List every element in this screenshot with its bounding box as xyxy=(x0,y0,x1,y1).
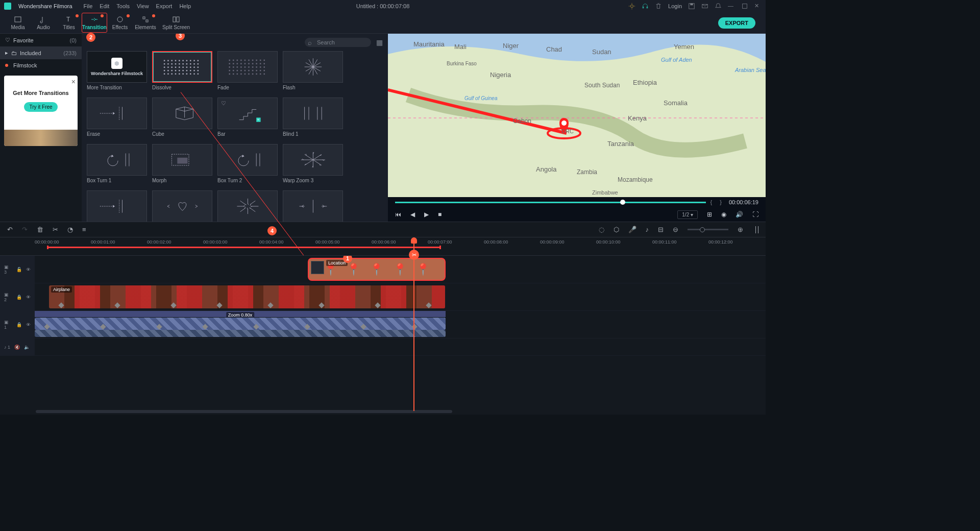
grid-view-icon[interactable]: ▦ xyxy=(376,38,383,46)
speed-icon[interactable]: ◔ xyxy=(67,226,73,233)
transition-warp-zoom-3[interactable]: Warp Zoom 3 xyxy=(283,144,343,183)
volume-icon[interactable]: 🔊 xyxy=(736,211,743,218)
tab-media[interactable]: Media xyxy=(5,13,31,32)
sun-icon[interactable] xyxy=(628,3,635,10)
zoom-out-icon[interactable]: ⊖ xyxy=(673,226,678,233)
snapshot-icon[interactable]: ◉ xyxy=(721,211,726,218)
notification-icon[interactable] xyxy=(715,3,722,10)
transition-box-turn-2[interactable]: Box Turn 2 xyxy=(217,144,278,183)
delete-icon[interactable]: 🗑 xyxy=(37,226,43,233)
mute-icon[interactable]: 🔇 xyxy=(14,345,20,350)
menu-view[interactable]: View xyxy=(137,3,149,9)
maximize-icon[interactable] xyxy=(741,3,748,10)
track-lane[interactable]: Airplane xyxy=(35,283,766,310)
menu-help[interactable]: Help xyxy=(179,3,191,9)
favorite-icon[interactable]: ♡ xyxy=(221,100,226,107)
transition-erase[interactable]: Erase xyxy=(87,98,147,137)
cut-button[interactable]: ✂ xyxy=(409,250,419,260)
marker-icon[interactable]: ⬡ xyxy=(614,226,619,233)
clip-location[interactable]: Location 📍📍📍📍📍 xyxy=(308,258,446,281)
transition-bar[interactable]: +♡Bar xyxy=(217,98,278,137)
transition-box-turn-1[interactable]: Box Turn 1 xyxy=(87,144,147,183)
stop-icon[interactable]: ■ xyxy=(438,211,442,218)
transition-blind-1[interactable]: Blind 1 xyxy=(283,98,343,137)
clip-zoom[interactable]: Zoom 0.80x xyxy=(35,311,446,317)
step-back-icon[interactable]: ◀ xyxy=(410,211,415,218)
login-link[interactable]: Login xyxy=(668,3,682,9)
clip-basemap[interactable] xyxy=(35,318,446,330)
headphones-icon[interactable] xyxy=(642,3,649,10)
tab-elements[interactable]: Elements xyxy=(133,13,158,32)
zoom-in-icon[interactable]: ⊕ xyxy=(738,226,743,233)
eye-icon[interactable]: 👁 xyxy=(26,267,31,272)
play-icon[interactable]: ▶ xyxy=(424,211,429,218)
menu-edit[interactable]: Edit xyxy=(100,3,109,9)
tab-audio[interactable]: Audio xyxy=(31,13,56,32)
transition-dissolve[interactable]: Dissolve xyxy=(152,51,212,90)
menu-file[interactable]: File xyxy=(84,3,93,9)
svg-rect-102 xyxy=(244,70,246,71)
track-lane[interactable]: Location 📍📍📍📍📍 xyxy=(35,256,766,283)
preview-video[interactable]: Mauritania Mali Niger Chad Sudan Yemen B… xyxy=(388,34,766,197)
clip-basemap-audio[interactable] xyxy=(35,330,446,337)
promo-close-icon[interactable]: × xyxy=(71,78,76,86)
mixer-icon[interactable]: ♪ xyxy=(646,226,649,233)
sidebar-favorite[interactable]: ♡ Favorite (0) xyxy=(0,34,82,46)
transition-more-transition[interactable]: ⬢Wondershare FilmstockMore Transition xyxy=(87,51,147,90)
trash-icon[interactable] xyxy=(655,3,662,10)
menu-export[interactable]: Export xyxy=(156,3,173,9)
tab-transition[interactable]: Transition xyxy=(82,13,107,33)
lock-icon[interactable]: 🔓 xyxy=(16,267,22,272)
export-button[interactable]: EXPORT xyxy=(718,17,755,29)
timeline-ruler[interactable]: ✂ 00:00:00:0000:00:01:0000:00:02:0000:00… xyxy=(0,237,766,256)
track-lane[interactable] xyxy=(35,339,766,355)
sidebar-included[interactable]: ▸ 🗀 Included (233) xyxy=(0,46,82,59)
menu-tools[interactable]: Tools xyxy=(116,3,130,9)
redo-icon[interactable]: ↷ xyxy=(22,226,28,233)
close-icon[interactable]: ✕ xyxy=(754,3,762,10)
zoom-slider[interactable] xyxy=(688,229,728,230)
quality-icon[interactable]: ⊞ xyxy=(707,211,712,218)
track-lane[interactable]: Zoom 0.80x xyxy=(35,311,766,338)
tab-split-screen[interactable]: Split Screen xyxy=(158,13,194,32)
record-voice-icon[interactable]: 🎤 xyxy=(628,226,636,233)
clip-airplane[interactable]: Airplane xyxy=(49,285,445,308)
svg-rect-117 xyxy=(263,74,265,75)
preview-scrubber[interactable]: { } 00:00:06:19 xyxy=(388,197,766,207)
save-icon[interactable] xyxy=(688,3,695,10)
zoom-fit-icon[interactable] xyxy=(755,226,758,233)
prev-frame-icon[interactable]: ⏮ xyxy=(395,211,401,218)
mail-icon[interactable] xyxy=(701,3,708,10)
speaker-icon[interactable]: 🔈 xyxy=(24,345,30,350)
sidebar-filmstock[interactable]: Filmstock xyxy=(0,59,82,71)
svg-rect-30 xyxy=(172,63,173,64)
transition-fade[interactable]: Fade xyxy=(217,51,278,90)
preview-zoom[interactable]: 1/2 ▾ xyxy=(677,210,698,219)
tab-titles[interactable]: TTitles xyxy=(56,13,82,32)
transition-cube[interactable]: Cube xyxy=(152,98,212,137)
snap-icon[interactable]: ⊟ xyxy=(658,226,664,233)
eye-icon[interactable]: 👁 xyxy=(26,295,31,300)
transition-item-15[interactable] xyxy=(283,190,343,222)
lock-icon[interactable]: 🔒 xyxy=(16,295,22,300)
lock-icon[interactable]: 🔒 xyxy=(16,322,22,327)
undo-icon[interactable]: ↶ xyxy=(7,226,13,233)
transition-item-14[interactable] xyxy=(217,190,278,222)
transition-item-13[interactable] xyxy=(152,190,212,222)
transition-item-12[interactable] xyxy=(87,190,147,222)
tab-effects[interactable]: Effects xyxy=(107,13,133,32)
svg-rect-113 xyxy=(248,74,250,75)
work-area[interactable] xyxy=(47,247,441,248)
playhead[interactable]: ✂ xyxy=(413,237,414,411)
promo-try-button[interactable]: Try it Free xyxy=(24,102,57,112)
eye-icon[interactable]: 👁 xyxy=(26,322,31,327)
transition-flash[interactable]: Flash xyxy=(283,51,343,90)
split-icon[interactable]: ✂ xyxy=(53,226,58,233)
adjust-icon[interactable]: ≡ xyxy=(82,226,86,233)
minimize-icon[interactable]: — xyxy=(728,3,735,10)
fullscreen-icon[interactable]: ⛶ xyxy=(752,211,758,218)
timeline-scrollbar[interactable] xyxy=(0,408,766,415)
search-input[interactable]: Search xyxy=(305,38,371,47)
transition-morph[interactable]: Morph xyxy=(152,144,212,183)
render-icon[interactable]: ◌ xyxy=(599,226,604,233)
